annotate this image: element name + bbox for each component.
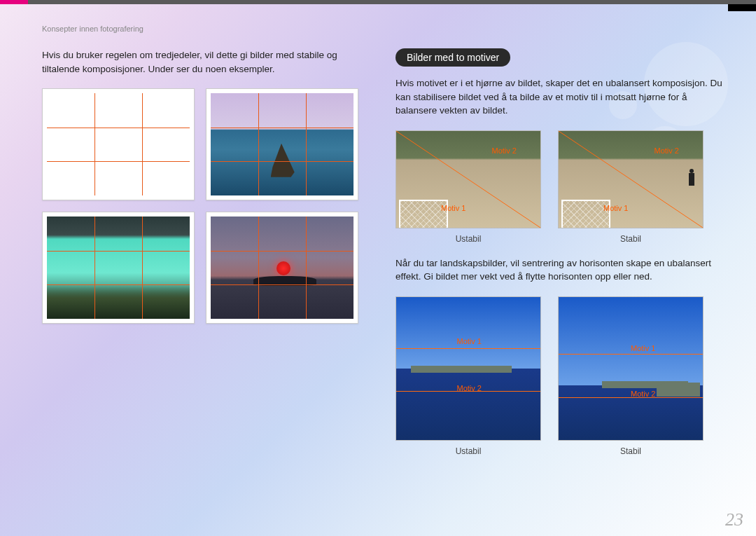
img-unstable-horizon: Motiv 1 Motiv 2 xyxy=(396,296,541,441)
img-unstable-field: Motiv 2 Motiv 1 xyxy=(396,130,541,228)
example-frame-lake xyxy=(42,212,195,324)
caption-stable: Stabil xyxy=(558,234,704,244)
example-frame-blank xyxy=(42,88,195,200)
motiv2-label: Motiv 2 xyxy=(654,146,679,155)
top-bar-accent xyxy=(0,0,28,4)
example-sea xyxy=(211,93,354,195)
top-bar-tab xyxy=(728,4,756,11)
right-column: Bilder med to motiver Hvis motivet er i … xyxy=(396,48,724,462)
example-sunset xyxy=(211,217,354,319)
example-frame-sea xyxy=(206,88,358,200)
motiv1-label: Motiv 1 xyxy=(631,344,655,352)
thirds-example-grid xyxy=(42,88,368,324)
pair1-unstable: Motiv 2 Motiv 1 Ustabil xyxy=(396,130,541,244)
balance-pair-2: Motiv 1 Motiv 2 Ustabil Motiv 1 Moti xyxy=(396,296,724,456)
diagonal-line xyxy=(396,131,540,228)
motiv2-label: Motiv 2 xyxy=(492,146,517,155)
pair2-stable: Motiv 1 Motiv 2 Stabil xyxy=(558,296,704,456)
caption-unstable: Ustabil xyxy=(396,446,541,456)
motiv2-label: Motiv 2 xyxy=(457,384,482,392)
top-bar xyxy=(0,0,756,4)
two-columns: Hvis du bruker regelen om tredjedeler, v… xyxy=(42,48,724,462)
section-heading: Bilder med to motiver xyxy=(396,48,510,67)
breadcrumb: Konsepter innen fotografering xyxy=(42,25,724,33)
motiv1-label: Motiv 1 xyxy=(603,204,628,212)
example-lake xyxy=(47,217,190,319)
left-column: Hvis du bruker regelen om tredjedeler, v… xyxy=(42,48,368,462)
svg-line-1 xyxy=(559,131,703,228)
page-content: Konsepter innen fotografering Hvis du br… xyxy=(42,25,724,522)
page-number: 23 xyxy=(725,509,743,530)
example-blank xyxy=(47,93,190,195)
motiv2-label: Motiv 2 xyxy=(631,390,655,398)
left-intro-text: Hvis du bruker regelen om tredjedeler, v… xyxy=(42,48,368,76)
balance-pair-1: Motiv 2 Motiv 1 Ustabil Motiv 2 Motiv 1 … xyxy=(396,130,724,244)
motiv1-label: Motiv 1 xyxy=(457,337,482,345)
right-para-1: Hvis motivet er i et hjørne av bildet, s… xyxy=(396,76,724,118)
pair2-unstable: Motiv 1 Motiv 2 Ustabil xyxy=(396,296,541,456)
svg-line-0 xyxy=(396,131,540,228)
example-frame-sunset xyxy=(206,212,358,324)
diagonal-line xyxy=(559,131,703,228)
img-stable-field: Motiv 2 Motiv 1 xyxy=(558,130,704,228)
top-bar-fill xyxy=(28,0,756,4)
right-para-2: Når du tar landskapsbilder, vil sentreri… xyxy=(396,256,724,284)
pair1-stable: Motiv 2 Motiv 1 Stabil xyxy=(558,130,704,244)
caption-stable: Stabil xyxy=(558,446,704,456)
img-stable-horizon: Motiv 1 Motiv 2 xyxy=(558,296,704,441)
caption-unstable: Ustabil xyxy=(396,234,541,244)
motiv1-label: Motiv 1 xyxy=(441,204,465,212)
